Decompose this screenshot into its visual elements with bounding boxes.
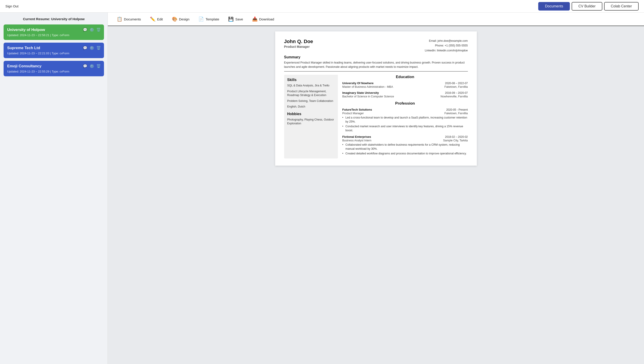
edu-1-location: Nowhereville, Farvillia [440, 95, 468, 98]
resume-job-title: Product Manager [284, 45, 313, 49]
prof-0-sub: Product Manager Faketown, Farvillia [342, 112, 468, 115]
prof-0-company: FutureTech Solutions [342, 108, 372, 111]
prof-1-bullets: Collaborated with stakeholders to define… [342, 143, 468, 156]
card-3-meta: Updated: 2024-11-23 ~ 22:55:29 | Type: c… [7, 70, 100, 73]
edit-icon: ✏️ [150, 16, 156, 22]
resume-card-3[interactable]: Emoji Consultancy Updated: 2024-11-23 ~ … [4, 61, 104, 76]
toolbar: 📋 Documents ✏️ Edit 🎨 Design 📄 Template … [108, 13, 644, 26]
toolbar-edit-label: Edit [157, 17, 163, 21]
sidebar: Current Resume: University of Holpow Uni… [0, 13, 108, 364]
edu-0-location: Faketown, Farvillia [444, 85, 468, 88]
resume-name: John Q. Doe [284, 39, 313, 44]
save-icon: 💾 [228, 16, 234, 22]
card-3-actions: 💬 ⚙️ 🗑️ [83, 64, 101, 68]
toolbar-documents-button[interactable]: 📋 Documents [112, 15, 146, 24]
profession-heading: Profession [342, 101, 468, 106]
card-2-settings-icon[interactable]: ⚙️ [90, 46, 94, 50]
toolbar-edit-button[interactable]: ✏️ Edit [146, 15, 168, 24]
download-icon: 📥 [252, 16, 258, 22]
toolbar-design-button[interactable]: 🎨 Design [168, 15, 194, 24]
edu-0-dates: 2020-08 – 2022-07 [445, 82, 468, 85]
edu-1-dates: 2016-09 – 2020-07 [445, 91, 468, 94]
resume-identity: John Q. Doe Product Manager [284, 39, 313, 49]
sign-out-link[interactable]: Sign Out [6, 4, 18, 8]
prof-1-location: Sample City, Tarkita [443, 139, 468, 142]
prof-0-bullet-1: Conducted market research and user inter… [342, 125, 468, 132]
documents-icon: 📋 [117, 16, 122, 22]
prof-0-location: Faketown, Farvillia [444, 112, 468, 115]
edu-1-degree: Bachelor of Science in Computer Science [342, 95, 394, 98]
card-3-comment-icon[interactable]: 💬 [83, 64, 88, 68]
resume-body: Skills SQL & Data Analysis, Jira & Trell… [284, 75, 468, 158]
contact-email: Email: john.doe@example.com [425, 39, 468, 43]
prof-1-bullet-0: Collaborated with stakeholders to define… [342, 143, 468, 151]
card-1-comment-icon[interactable]: 💬 [83, 28, 88, 32]
hobby-item-0: Photography, Playing Chess, Outdoor Expl… [287, 118, 335, 126]
prof-1-company: Fictional Enterprises [342, 135, 371, 138]
prof-0-header: FutureTech Solutions 2020-05 - Present [342, 108, 468, 111]
edu-0-degree: Master of Business Administration - MBA [342, 85, 393, 88]
toolbar-download-button[interactable]: 📥 Download [248, 15, 279, 24]
content-area: 📋 Documents ✏️ Edit 🎨 Design 📄 Template … [108, 13, 644, 364]
nav-documents-button[interactable]: Documents [538, 2, 570, 11]
card-1-actions: 💬 ⚙️ 🗑️ [83, 28, 101, 32]
prof-0-bullet-0: Led a cross-functional team to develop a… [342, 116, 468, 124]
edu-0-header: University Of Nowhere 2020-08 – 2022-07 [342, 81, 468, 85]
resume-contact: Email: john.doe@example.com Phone: +1 (5… [425, 39, 468, 53]
resume-card-1[interactable]: University of Holpow Updated: 2024-11-23… [4, 25, 104, 40]
template-icon: 📄 [198, 16, 204, 22]
edu-1-header: Imaginary State University 2016-09 – 202… [342, 91, 468, 94]
edu-1-name: Imaginary State University [342, 91, 379, 94]
card-3-delete-icon[interactable]: 🗑️ [96, 64, 101, 68]
summary-heading: Summary [284, 55, 468, 59]
summary-text: Experienced Product Manager skilled in l… [284, 61, 468, 69]
card-2-delete-icon[interactable]: 🗑️ [96, 46, 101, 50]
nav-colabcenter-button[interactable]: Colab Center [604, 2, 638, 11]
prof-0-dates: 2020-05 - Present [446, 108, 468, 111]
prof-1-role: Business Analyst Intern [342, 139, 372, 142]
toolbar-save-button[interactable]: 💾 Save [224, 15, 248, 24]
prof-entry-1: Fictional Enterprises 2018-02 – 2020-02 … [342, 135, 468, 156]
resume-preview: John Q. Doe Product Manager Email: john.… [108, 26, 644, 364]
toolbar-download-label: Download [259, 17, 274, 21]
edu-entry-0: University Of Nowhere 2020-08 – 2022-07 … [342, 81, 468, 88]
skill-item-2: Problem Solving, Team Collaboration [287, 99, 335, 103]
nav-buttons: Documents CV Builder Colab Center [538, 2, 638, 11]
contact-phone: Phone: +1 (555) 555-5555 [425, 43, 468, 48]
skill-item-1: Product Lifecycle Management, Roadmap St… [287, 90, 335, 97]
card-3-settings-icon[interactable]: ⚙️ [90, 64, 94, 68]
resume-card-2[interactable]: Supreme Tech Ltd Updated: 2024-11-23 ~ 2… [4, 43, 104, 58]
prof-1-bullet-1: Created detailed workflow diagrams and p… [342, 152, 468, 156]
design-icon: 🎨 [172, 16, 178, 22]
card-1-settings-icon[interactable]: ⚙️ [90, 28, 94, 32]
toolbar-design-label: Design [179, 17, 190, 21]
left-column: Skills SQL & Data Analysis, Jira & Trell… [284, 75, 338, 158]
resume-header: John Q. Doe Product Manager Email: john.… [284, 39, 468, 53]
edu-entry-1: Imaginary State University 2016-09 – 202… [342, 91, 468, 98]
card-1-meta: Updated: 2024-11-23 ~ 22:56:21 | Type: c… [7, 34, 100, 37]
skill-item-3: English, Dutch [287, 105, 335, 109]
education-heading: Education [342, 75, 468, 79]
card-1-delete-icon[interactable]: 🗑️ [96, 28, 101, 32]
contact-linkedin: LinkedIn: linkedin.com/in/johnqdoe [425, 48, 468, 53]
edu-1-sub: Bachelor of Science in Computer Science … [342, 95, 468, 98]
prof-1-header: Fictional Enterprises 2018-02 – 2020-02 [342, 135, 468, 138]
prof-0-role: Product Manager [342, 112, 364, 115]
skills-heading: Skills [287, 78, 335, 82]
right-column: Education University Of Nowhere 2020-08 … [342, 75, 468, 158]
skill-item-0: SQL & Data Analysis, Jira & Trello [287, 84, 335, 88]
main-layout: Current Resume: University of Holpow Uni… [0, 13, 644, 364]
prof-0-bullets: Led a cross-functional team to develop a… [342, 116, 468, 132]
card-2-comment-icon[interactable]: 💬 [83, 46, 88, 50]
toolbar-documents-label: Documents [124, 17, 141, 21]
hobbies-heading: Hobbies [287, 112, 335, 116]
edu-0-name: University Of Nowhere [342, 81, 374, 85]
prof-entry-0: FutureTech Solutions 2020-05 - Present P… [342, 108, 468, 132]
toolbar-template-button[interactable]: 📄 Template [194, 15, 224, 24]
top-nav: Sign Out Documents CV Builder Colab Cent… [0, 0, 644, 13]
nav-cvbuilder-button[interactable]: CV Builder [572, 2, 602, 11]
sidebar-title: Current Resume: University of Holpow [4, 17, 104, 21]
card-2-meta: Updated: 2024-11-23 ~ 22:21:03 | Type: c… [7, 52, 100, 55]
edu-0-sub: Master of Business Administration - MBA … [342, 85, 468, 88]
toolbar-template-label: Template [206, 17, 219, 21]
